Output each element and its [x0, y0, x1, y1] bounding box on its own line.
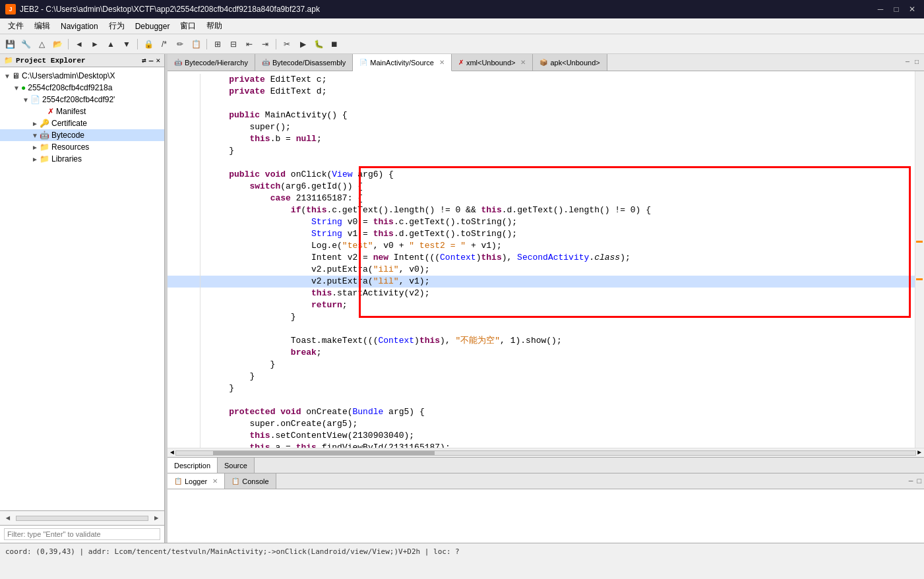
tab-logger-close[interactable]: ✕	[212, 477, 218, 485]
tb-grid2[interactable]: ⊟	[226, 37, 241, 51]
logger-minimize[interactable]: ─	[909, 477, 913, 485]
tb-prev[interactable]: ⇤	[242, 37, 257, 51]
tb-comment[interactable]: /*	[157, 37, 171, 51]
tree-item-resources[interactable]: ► 📁 Resources	[0, 141, 164, 153]
code-line: }	[168, 382, 924, 394]
nav-next[interactable]: ►	[151, 513, 162, 524]
tab-main-source[interactable]: 📄 MainActivity/Source ✕	[353, 54, 452, 71]
tree-item-libraries[interactable]: ► 📁 Libraries	[0, 153, 164, 165]
tb-nav-up[interactable]: ▲	[104, 37, 118, 51]
tb-run[interactable]: ▶	[295, 37, 310, 51]
tab-bytecode-disassembly[interactable]: 🤖 Bytecode/Disassembly	[255, 54, 353, 71]
tree-label-libraries: Libraries	[51, 154, 82, 164]
tab-console[interactable]: 📋 Console	[225, 473, 276, 489]
code-line: super();	[168, 121, 924, 133]
menu-navigation[interactable]: Navigation	[55, 20, 104, 32]
code-line: this.startActivity(v2);	[168, 288, 924, 299]
tab-source-label: Source	[224, 462, 247, 470]
tree-arrow-root: ▼	[3, 73, 12, 80]
tree-item-cert[interactable]: ► 🔑 Certificate	[0, 117, 164, 129]
menubar: 文件 编辑 Navigation 行为 Debugger 窗口 帮助	[0, 18, 924, 34]
nav-prev[interactable]: ◄	[3, 513, 13, 524]
logger-right-controls: ─ □	[906, 473, 924, 489]
code-editor[interactable]: private EditText c; private EditText d; …	[168, 71, 924, 448]
tb-nav-back[interactable]: ◄	[72, 37, 86, 51]
tb-edit[interactable]: ✏	[173, 37, 187, 51]
tree-label-pkg: 2554cf208cfb4cdf92'	[42, 95, 115, 104]
project-explorer-sync[interactable]: ⇄	[142, 56, 146, 65]
code-scrollbar[interactable]	[915, 71, 924, 448]
menu-window[interactable]: 窗口	[175, 19, 201, 33]
hscroll-right[interactable]: ►	[916, 449, 923, 456]
tree-icon-pkg: 📄	[30, 95, 40, 104]
code-panel: 🤖 Bytecode/Hierarchy 🤖 Bytecode/Disassem…	[168, 54, 924, 543]
menu-debugger[interactable]: Debugger	[130, 20, 175, 32]
tb-copy[interactable]: 📋	[189, 37, 203, 51]
project-explorer-close[interactable]: ✕	[156, 56, 160, 65]
code-line: Log.e("test", v0 + " test2 = " + v1);	[168, 240, 924, 252]
tab-bytecode-hierarchy[interactable]: 🤖 Bytecode/Hierarchy	[168, 54, 255, 71]
tb-next[interactable]: ⇥	[258, 37, 272, 51]
tab-source[interactable]: Source	[218, 458, 255, 473]
project-explorer-icon: 📁	[4, 56, 13, 65]
tb-cut[interactable]: ✂	[280, 37, 294, 51]
scroll-marker-2	[916, 278, 923, 280]
logger-tabs-bar: 📋 Logger ✕ 📋 Console ─ □	[168, 473, 924, 489]
project-explorer-minimize[interactable]: —	[149, 57, 154, 65]
tab-close-xml[interactable]: ✕	[520, 59, 526, 66]
tree-label-manifest: Manifest	[56, 107, 86, 116]
tree-label-resources: Resources	[51, 142, 89, 152]
tab-icon-bh: 🤖	[174, 59, 182, 66]
logger-maximize[interactable]: □	[917, 477, 921, 485]
tabs-maximize[interactable]: □	[912, 57, 921, 67]
tree-item-pkg[interactable]: ▼ 📄 2554cf208cfb4cdf92'	[0, 94, 164, 106]
app-icon: J	[5, 4, 16, 15]
tabs-minimize[interactable]: ─	[903, 57, 912, 67]
code-line-highlighted: v2.putExtra("lil", v1);	[168, 276, 924, 288]
tree-item-apk[interactable]: ▼ ● 2554cf208cfb4cdf9218a	[0, 82, 164, 94]
tb-debug[interactable]: 🐛	[311, 37, 326, 51]
code-line: if(this.c.getText().length() != 0 && thi…	[168, 204, 924, 216]
code-line: case 2131165187: {	[168, 193, 924, 204]
tree-item-root[interactable]: ▼ 🖥 C:\Users\admin\Desktop\X	[0, 70, 164, 82]
code-hscroll[interactable]: ◄ ►	[168, 448, 924, 457]
close-button[interactable]: ✕	[906, 3, 919, 16]
hscroll-bar[interactable]	[175, 450, 916, 456]
tab-icon-ms: 📄	[359, 59, 367, 66]
tb-new[interactable]: △	[34, 37, 49, 51]
tb-save[interactable]: 💾	[3, 37, 17, 51]
tree-icon-bytecode: 🤖	[40, 131, 49, 140]
tb-open[interactable]: 📂	[50, 37, 65, 51]
tree-icon-resources: 📁	[40, 142, 49, 152]
tab-close-ms[interactable]: ✕	[439, 59, 445, 66]
tb-tool[interactable]: 🔧	[18, 37, 33, 51]
tb-stop[interactable]: ⏹	[327, 37, 342, 51]
menu-edit[interactable]: 编辑	[29, 19, 55, 33]
tree-icon-cert: 🔑	[40, 119, 49, 128]
menu-action[interactable]: 行为	[104, 19, 130, 33]
tab-apk-unbound[interactable]: 📦 apk<Unbound>	[533, 54, 607, 71]
tb-nav-dn[interactable]: ▼	[119, 37, 134, 51]
tree-item-manifest[interactable]: ✗ Manifest	[0, 106, 164, 117]
menu-file[interactable]: 文件	[3, 19, 29, 33]
tb-lock[interactable]: 🔒	[141, 37, 156, 51]
tab-logger[interactable]: 📋 Logger ✕	[168, 473, 225, 489]
code-line: private EditText d;	[168, 86, 924, 98]
tree-item-bytecode[interactable]: ▼ 🤖 Bytecode	[0, 129, 164, 141]
menu-help[interactable]: 帮助	[201, 19, 228, 33]
tab-xml-unbound[interactable]: ✗ xml<Unbound> ✕	[452, 54, 534, 71]
tree-label-root: C:\Users\admin\Desktop\X	[22, 71, 115, 80]
filter-input[interactable]	[4, 528, 160, 540]
hscroll-left[interactable]: ◄	[169, 449, 175, 456]
minimize-button[interactable]: ─	[874, 3, 887, 16]
tree-arrow-resources: ►	[30, 144, 40, 151]
tab-description[interactable]: Description	[168, 458, 218, 473]
tb-grid[interactable]: ⊞	[210, 37, 225, 51]
left-scroll-bar[interactable]	[16, 516, 148, 521]
project-explorer-header: 📁 Project Explorer ⇄ — ✕	[0, 54, 164, 67]
tree-label-apk: 2554cf208cfb4cdf9218a	[28, 83, 112, 92]
maximize-button[interactable]: □	[890, 3, 903, 16]
tab-icon-xml: ✗	[458, 59, 464, 66]
tb-nav-fwd[interactable]: ►	[88, 37, 102, 51]
tree-label-bytecode: Bytecode	[51, 131, 84, 140]
